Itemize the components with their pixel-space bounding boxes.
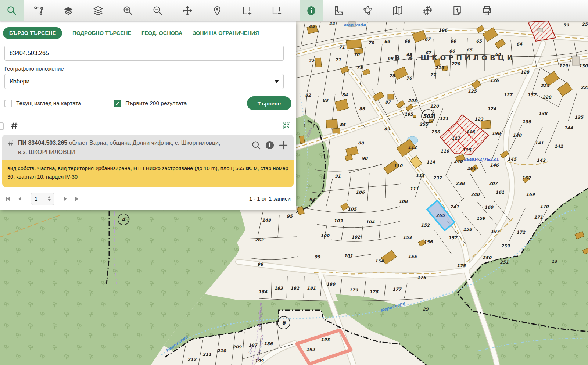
- svg-text:87: 87: [385, 100, 391, 105]
- toolbar: [0, 0, 588, 21]
- tab-detailed-search[interactable]: ПОДРОБНО ТЪРСЕНЕ: [72, 30, 131, 36]
- last-page-button[interactable]: [74, 196, 80, 202]
- svg-text:145: 145: [508, 157, 517, 162]
- layers-stack-tool-button[interactable]: [83, 0, 113, 21]
- svg-text:117: 117: [451, 136, 461, 141]
- toolbar-gap: [291, 0, 300, 21]
- tab-quick-search[interactable]: БЪРЗО ТЪРСЕНЕ: [3, 27, 62, 39]
- svg-text:82: 82: [305, 93, 311, 98]
- first-page-button[interactable]: [5, 196, 11, 202]
- search-button[interactable]: Търсене: [247, 96, 291, 110]
- svg-text:91: 91: [335, 173, 341, 179]
- tab-restriction-zones[interactable]: ЗОНИ НА ОГРАНИЧЕНИЯ: [193, 30, 259, 36]
- layers-tool-button[interactable]: [53, 0, 83, 21]
- page-spinner[interactable]: [48, 196, 51, 201]
- svg-text:211: 211: [202, 352, 211, 357]
- svg-text:161: 161: [495, 190, 504, 195]
- svg-text:105: 105: [348, 207, 357, 212]
- info-tool-button[interactable]: [300, 0, 323, 21]
- result-hash-icon: [7, 139, 14, 157]
- result-info-icon[interactable]: [265, 140, 275, 152]
- export-tool-button[interactable]: [442, 0, 472, 21]
- svg-text:84: 84: [342, 92, 348, 97]
- svg-text:144: 144: [564, 125, 573, 130]
- svg-text:146: 146: [490, 162, 499, 168]
- print-tool-button[interactable]: [472, 0, 502, 21]
- geo-position-select[interactable]: Избери: [4, 74, 284, 89]
- coordinate-grid-tool-button[interactable]: [412, 0, 442, 21]
- svg-text:100: 100: [320, 233, 330, 238]
- svg-text:106: 106: [356, 190, 365, 195]
- pan-tool-button[interactable]: [172, 0, 202, 21]
- svg-text:162: 162: [522, 175, 531, 180]
- rect-plus-icon: [241, 5, 252, 16]
- svg-text:196: 196: [438, 28, 448, 33]
- tab-geodetic-basis[interactable]: ГЕОД. ОСНОВА: [141, 30, 182, 36]
- select-all-checkbox[interactable]: [0, 122, 4, 130]
- search-tool-button[interactable]: [0, 0, 24, 21]
- route-tool-button[interactable]: [24, 0, 53, 21]
- svg-text:118: 118: [466, 129, 475, 134]
- result-row[interactable]: ПИ 83404.503.265 област Варна, община До…: [2, 135, 294, 160]
- coordinate-grid-icon: [422, 5, 433, 16]
- add-selection-tool-button[interactable]: [232, 0, 262, 21]
- svg-text:Мор хоби: Мор хоби: [344, 23, 366, 28]
- search-icon: [6, 5, 17, 16]
- search-input[interactable]: [4, 46, 284, 61]
- svg-text:255: 255: [419, 122, 429, 127]
- svg-text:503: 503: [423, 113, 434, 119]
- first-200-checkbox[interactable]: [114, 100, 121, 107]
- select-arrow-button[interactable]: [270, 74, 283, 89]
- result-zoom-icon[interactable]: [251, 140, 261, 152]
- zoom-to-results-icon[interactable]: [283, 122, 291, 131]
- svg-text:86: 86: [359, 106, 365, 111]
- svg-text:29: 29: [423, 307, 429, 312]
- svg-text:153: 153: [403, 235, 412, 240]
- result-parcel-id: ПИ 83404.503.265: [18, 140, 67, 146]
- page-number-input[interactable]: 1: [31, 193, 54, 205]
- svg-text:258042/75231: 258042/75231: [464, 157, 499, 162]
- parcel-hash-icon: [10, 122, 18, 131]
- svg-text:177: 177: [392, 287, 402, 292]
- svg-text:198: 198: [492, 131, 501, 136]
- polygon-area-icon: [362, 5, 373, 16]
- svg-text:69: 69: [384, 39, 390, 44]
- remove-selection-tool-button[interactable]: [262, 0, 291, 21]
- svg-text:175: 175: [457, 263, 466, 268]
- svg-text:160: 160: [484, 205, 494, 210]
- measure-area-tool-button[interactable]: [353, 0, 383, 21]
- svg-text:126: 126: [490, 78, 499, 83]
- svg-text:251: 251: [500, 260, 509, 265]
- svg-text:240: 240: [471, 192, 480, 197]
- svg-text:176: 176: [417, 275, 426, 280]
- svg-text:98: 98: [257, 262, 263, 267]
- measure-length-tool-button[interactable]: [323, 0, 353, 21]
- next-page-button[interactable]: [63, 196, 68, 201]
- map-sheets-tool-button[interactable]: [383, 0, 412, 21]
- svg-text:183: 183: [274, 286, 283, 291]
- result-details: вид собств. Частна, вид територия Урбани…: [2, 160, 294, 187]
- svg-text:65: 65: [476, 39, 482, 44]
- svg-text:129: 129: [559, 63, 568, 68]
- svg-text:139: 139: [522, 119, 531, 124]
- svg-text:207: 207: [489, 181, 498, 186]
- svg-text:172: 172: [516, 230, 526, 235]
- current-view-checkbox[interactable]: [4, 100, 12, 107]
- svg-text:170: 170: [540, 204, 549, 209]
- route-icon: [33, 6, 44, 16]
- svg-text:124: 124: [487, 106, 496, 111]
- svg-text:155: 155: [408, 254, 417, 259]
- zoom-out-tool-button[interactable]: [143, 0, 172, 21]
- svg-text:148: 148: [262, 218, 271, 223]
- locate-tool-button[interactable]: [202, 0, 232, 21]
- svg-text:75: 75: [389, 73, 395, 78]
- result-add-icon[interactable]: [278, 140, 288, 152]
- svg-text:72: 72: [308, 58, 315, 64]
- svg-text:71: 71: [339, 44, 345, 50]
- zoom-out-icon: [152, 5, 163, 16]
- prev-page-button[interactable]: [17, 196, 22, 201]
- zoom-in-tool-button[interactable]: [113, 0, 143, 21]
- chevron-down-icon: [275, 80, 279, 83]
- export-page-icon: [452, 5, 463, 16]
- svg-text:101: 101: [344, 253, 353, 258]
